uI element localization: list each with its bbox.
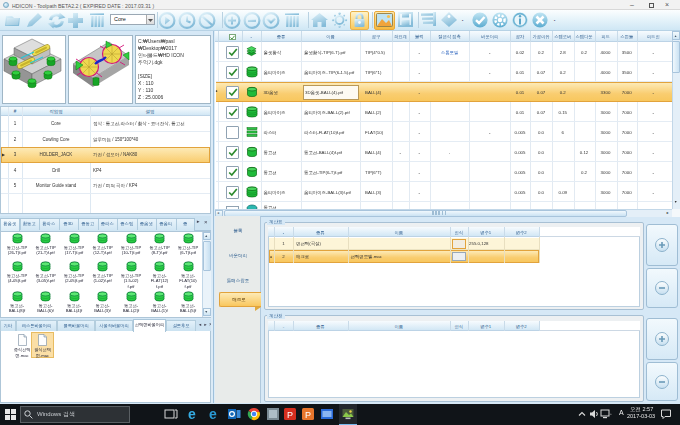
svg-text:e: e [209, 407, 217, 421]
svg-text:P: P [287, 410, 293, 420]
svg-text:e: e [188, 407, 196, 421]
svg-text:P: P [305, 410, 311, 420]
